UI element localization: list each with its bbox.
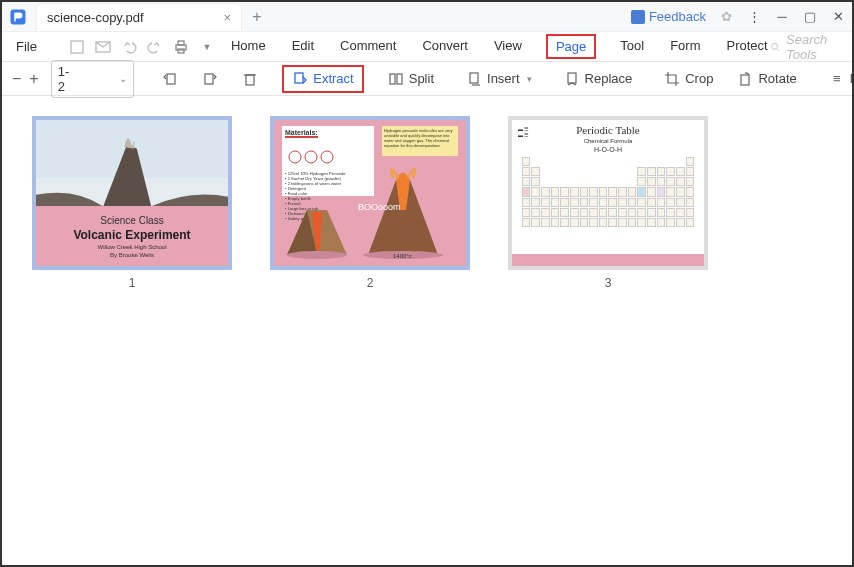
svg-rect-15 — [390, 74, 395, 84]
svg-point-24 — [305, 151, 317, 163]
page-thumb-1[interactable]: Science Class Volcanic Experiment Willow… — [32, 116, 232, 290]
rotate-right-button[interactable] — [194, 67, 226, 91]
chevron-down-icon: ⌄ — [119, 73, 127, 84]
menu-edit[interactable]: Edit — [290, 34, 316, 59]
settings-icon[interactable]: ✿ — [712, 3, 740, 31]
svg-point-29 — [287, 251, 347, 259]
slide1-school: Willow Creek High School — [97, 244, 166, 250]
page-thumb-3[interactable]: ▬ ☰▬ ☰ Periodic Table Chemical Formula H… — [508, 116, 708, 290]
insert-button[interactable]: Insert ▾ — [458, 67, 540, 91]
svg-rect-4 — [178, 41, 184, 45]
maximize-icon[interactable]: ▢ — [796, 3, 824, 31]
replace-icon — [564, 71, 580, 87]
menu-convert[interactable]: Convert — [420, 34, 470, 59]
extract-button[interactable]: Extract — [282, 65, 363, 93]
redo-icon[interactable] — [147, 39, 163, 55]
more-icon: ≡ — [829, 71, 845, 87]
search-icon — [770, 40, 780, 54]
page-thumb-2[interactable]: Materials: • 125ml 10% Hydrogen Peroxide… — [270, 116, 470, 290]
minimize-icon[interactable]: ─ — [768, 3, 796, 31]
legend-icon: ▬ ☰▬ ☰ — [518, 126, 528, 138]
close-window-icon[interactable]: ✕ — [824, 3, 852, 31]
add-page-button[interactable]: + — [29, 70, 38, 88]
more-button[interactable]: ≡ More › — [821, 67, 854, 91]
slide3-title: Periodic Table — [576, 124, 639, 136]
split-icon — [388, 71, 404, 87]
menu-page[interactable]: Page — [546, 34, 596, 59]
slide3-formula: H-O-O-H — [594, 146, 622, 153]
menu-tool[interactable]: Tool — [618, 34, 646, 59]
replace-button[interactable]: Replace — [556, 67, 641, 91]
insert-icon — [466, 71, 482, 87]
slide3-sub: Chemical Formula — [584, 138, 633, 144]
rotate-icon — [737, 71, 753, 87]
svg-rect-17 — [470, 73, 478, 83]
svg-rect-20 — [741, 75, 749, 85]
document-tab[interactable]: science-copy.pdf × — [36, 3, 242, 31]
svg-line-7 — [777, 48, 779, 50]
slide1-subtitle: Science Class — [100, 215, 163, 226]
delete-page-button[interactable] — [234, 67, 266, 91]
svg-rect-11 — [205, 74, 213, 84]
crop-icon — [664, 71, 680, 87]
svg-rect-16 — [397, 74, 402, 84]
menu-view[interactable]: View — [492, 34, 524, 59]
svg-rect-10 — [167, 74, 175, 84]
file-menu[interactable]: File — [6, 39, 47, 54]
svg-rect-1 — [71, 41, 83, 53]
app-logo — [4, 3, 32, 31]
crop-button[interactable]: Crop — [656, 67, 721, 91]
svg-point-23 — [289, 151, 301, 163]
titlebar: science-copy.pdf × + Feedback ✿ ⋮ ─ ▢ ✕ — [2, 2, 852, 32]
svg-rect-5 — [178, 49, 184, 53]
undo-icon[interactable] — [121, 39, 137, 55]
svg-point-25 — [321, 151, 333, 163]
feedback-icon — [631, 10, 645, 24]
qat-dropdown-icon[interactable]: ▼ — [199, 39, 215, 55]
page-toolbar: − + 1-2 ⌄ Extract Split Insert ▾ Replace… — [2, 62, 852, 96]
svg-text:1400°c: 1400°c — [393, 253, 412, 259]
split-button[interactable]: Split — [380, 67, 442, 91]
new-tab-button[interactable]: + — [252, 8, 261, 26]
menu-protect[interactable]: Protect — [724, 34, 769, 59]
slide1-author: By Brooke Wells — [110, 252, 154, 258]
mail-icon[interactable] — [95, 39, 111, 55]
rotate-left-button[interactable] — [154, 67, 186, 91]
chevron-down-icon: ▾ — [527, 74, 532, 84]
menu-home[interactable]: Home — [229, 34, 268, 59]
print-icon[interactable] — [173, 39, 189, 55]
feedback-button[interactable]: Feedback — [631, 9, 706, 24]
tab-title: science-copy.pdf — [47, 10, 144, 25]
close-tab-icon[interactable]: × — [224, 10, 232, 25]
menu-form[interactable]: Form — [668, 34, 702, 59]
kebab-icon[interactable]: ⋮ — [740, 3, 768, 31]
menubar: File ▼ Home Edit Comment Convert View Pa… — [2, 32, 852, 62]
search-tools[interactable]: Search Tools — [770, 32, 843, 62]
save-icon[interactable] — [69, 39, 85, 55]
thumb-label: 2 — [367, 276, 374, 290]
rotate-button[interactable]: Rotate — [729, 67, 804, 91]
svg-rect-12 — [246, 75, 254, 85]
menu-comment[interactable]: Comment — [338, 34, 398, 59]
thumb-label: 1 — [129, 276, 136, 290]
page-range-select[interactable]: 1-2 ⌄ — [51, 60, 135, 98]
remove-page-button[interactable]: − — [12, 70, 21, 88]
svg-rect-14 — [295, 73, 303, 83]
extract-icon — [292, 71, 308, 87]
svg-text:BOOooom: BOOooom — [358, 202, 401, 212]
slide1-title: Volcanic Experiment — [73, 228, 190, 242]
thumb-label: 3 — [605, 276, 612, 290]
svg-point-6 — [771, 43, 777, 49]
periodic-table — [522, 157, 695, 227]
thumbnail-workspace: Science Class Volcanic Experiment Willow… — [2, 96, 852, 310]
svg-rect-19 — [568, 73, 576, 83]
